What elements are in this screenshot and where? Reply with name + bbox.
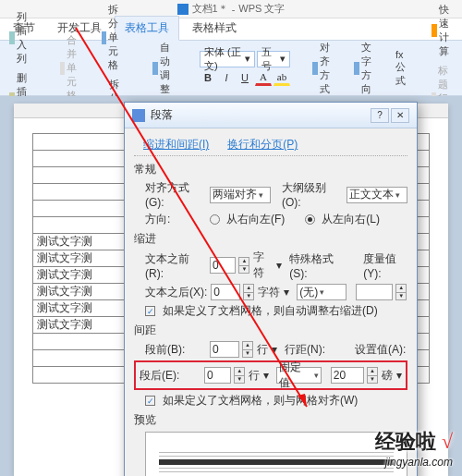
before-para-spinner[interactable]: ▲▼ bbox=[242, 341, 253, 358]
section-general: 常规 bbox=[134, 162, 407, 177]
set-value-label: 设置值(A): bbox=[355, 342, 406, 358]
align-label: 对齐方式(G): bbox=[145, 180, 206, 209]
align-button[interactable]: 对齐方式 bbox=[309, 39, 341, 98]
quick-calc-button[interactable]: 快速计算 bbox=[428, 1, 460, 60]
dialog-help-button[interactable]: ? bbox=[371, 108, 389, 123]
font-name-select[interactable]: 宋体 (正文) ▾ bbox=[200, 51, 255, 67]
app-name: WPS 文字 bbox=[238, 2, 285, 16]
outline-select[interactable]: 正文文本 bbox=[346, 187, 407, 203]
tab-indent-spacing[interactable]: 缩进和间距(I) bbox=[134, 134, 218, 155]
grid-indent-checkbox[interactable] bbox=[145, 306, 155, 316]
font-color-button[interactable]: A bbox=[255, 69, 272, 86]
after-text-label: 文本之后(X): bbox=[145, 285, 207, 300]
before-para-input[interactable]: 0 bbox=[210, 341, 239, 358]
before-text-label: 文本之前(R): bbox=[145, 251, 206, 280]
grid-indent-label: 如果定义了文档网格，则自动调整右缩进(D) bbox=[163, 303, 378, 319]
after-para-spinner[interactable]: ▲▼ bbox=[234, 367, 245, 384]
direction-rtl-radio[interactable] bbox=[210, 214, 220, 225]
split-cells-button[interactable]: 拆分单元格 bbox=[98, 1, 130, 74]
after-text-input[interactable]: 0 bbox=[211, 284, 240, 300]
insert-column-button[interactable]: 列插入列 bbox=[6, 8, 38, 67]
after-para-label: 段后(E): bbox=[140, 368, 201, 384]
app-doc-icon bbox=[177, 4, 188, 15]
align-select[interactable]: 两端对齐 bbox=[210, 187, 271, 203]
set-value-input[interactable]: 20 bbox=[331, 367, 364, 384]
direction-label: 方向: bbox=[145, 212, 206, 227]
dialog-close-button[interactable]: ✕ bbox=[391, 108, 409, 123]
merge-cells-button: 合并单元格 bbox=[56, 31, 89, 104]
title-bar: 文档1＊ - WPS 文字 bbox=[0, 0, 462, 18]
special-label: 特殊格式(S): bbox=[289, 251, 343, 280]
bold-button[interactable]: B bbox=[200, 69, 216, 86]
dialog-icon bbox=[132, 109, 145, 122]
italic-button[interactable]: I bbox=[218, 69, 235, 86]
measure-input[interactable] bbox=[356, 284, 393, 300]
grid-spacing-label: 如果定义了文档网格，则与网格对齐(W) bbox=[163, 393, 358, 409]
after-para-input[interactable]: 0 bbox=[204, 367, 231, 384]
doc-title: 文档1＊ bbox=[192, 2, 228, 16]
direction-ltr-radio[interactable] bbox=[305, 214, 315, 225]
text-direction-button[interactable]: 文字方向 bbox=[350, 39, 383, 98]
dialog-title: 段落 bbox=[151, 107, 173, 123]
outline-label: 大纲级别(O): bbox=[282, 180, 343, 209]
line-spacing-label: 行距(N): bbox=[285, 342, 325, 358]
dialog-tabs: 缩进和间距(I) 换行和分页(P) bbox=[134, 134, 407, 156]
formula-button[interactable]: fx 公式 bbox=[392, 47, 409, 90]
set-value-spinner[interactable]: ▲▼ bbox=[367, 367, 378, 384]
dialog-titlebar[interactable]: 段落 ? ✕ bbox=[125, 103, 417, 128]
paragraph-dialog: 段落 ? ✕ 缩进和间距(I) 换行和分页(P) 常规 对齐方式(G): 两端对… bbox=[124, 102, 418, 476]
section-preview: 预览 bbox=[134, 412, 407, 428]
grid-spacing-checkbox[interactable] bbox=[145, 396, 155, 406]
section-spacing: 间距 bbox=[134, 323, 407, 338]
before-text-spinner[interactable]: ▲▼ bbox=[238, 257, 249, 274]
section-indent: 缩进 bbox=[134, 231, 407, 247]
line-spacing-select[interactable]: 固定值 bbox=[276, 367, 322, 384]
measure-label: 度量值(Y): bbox=[363, 251, 407, 280]
preview-box bbox=[145, 432, 407, 476]
underline-button[interactable]: U bbox=[237, 69, 253, 86]
after-text-spinner[interactable]: ▲▼ bbox=[243, 284, 254, 300]
special-select[interactable]: (无) bbox=[297, 284, 346, 300]
before-para-label: 段前(B): bbox=[145, 342, 206, 358]
measure-spinner[interactable]: ▲▼ bbox=[395, 284, 407, 300]
ribbon: 列插入列 删插入行 合并单元格 拆分单元格 拆分表格 自动调整 宋体 (正文) … bbox=[0, 41, 462, 96]
font-size-select[interactable]: 五号 ▾ bbox=[257, 51, 290, 67]
autofit-button[interactable]: 自动调整 bbox=[149, 39, 181, 98]
highlight-spacing-row: 段后(E): 0 ▲▼ 行▾ 固定值 20 ▲▼ 磅▾ bbox=[134, 360, 407, 390]
before-text-input[interactable]: 0 bbox=[210, 257, 236, 274]
tab-line-page-breaks[interactable]: 换行和分页(P) bbox=[218, 134, 307, 155]
tab-table-style[interactable]: 表格样式 bbox=[183, 17, 246, 40]
highlight-button[interactable]: ab bbox=[274, 69, 290, 86]
